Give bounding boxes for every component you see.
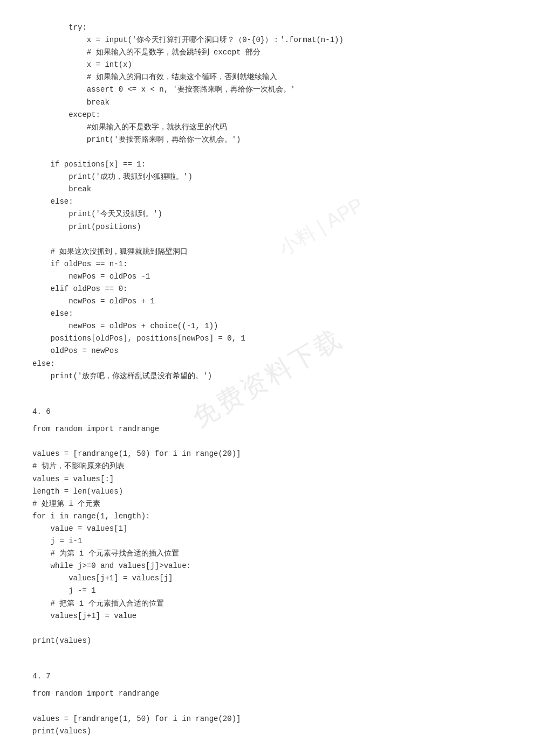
code-content: try: x = input('你今天打算打开哪个洞口呀？（0-{0}）：'.f… <box>32 22 503 738</box>
section-46: 4. 6 <box>32 406 503 418</box>
section-46-code: from random import randrange values = [r… <box>32 423 503 660</box>
try-except-section: try: x = input('你今天打算打开哪个洞口呀？（0-{0}）：'.f… <box>32 22 503 395</box>
section-47-code: from random import randrange values = [r… <box>32 688 503 737</box>
section-47: 4. 7 <box>32 670 503 682</box>
